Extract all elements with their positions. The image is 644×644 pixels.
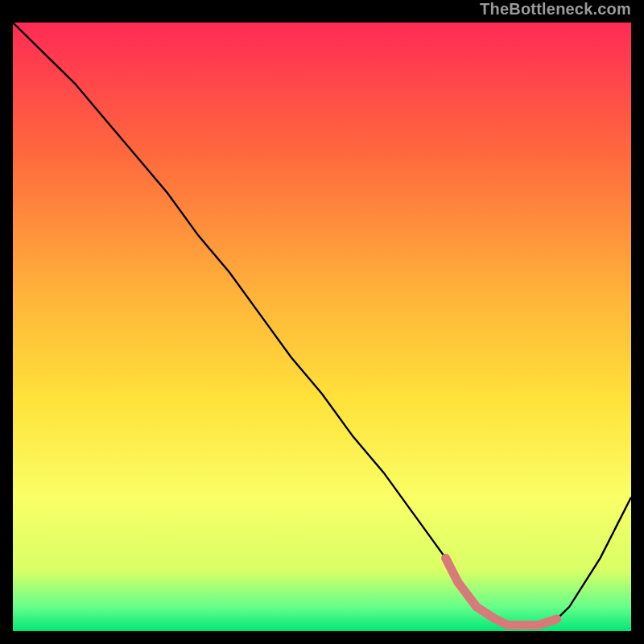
gradient-background	[13, 23, 631, 631]
watermark-text: TheBottleneck.com	[480, 0, 631, 19]
bottleneck-chart	[13, 23, 631, 631]
